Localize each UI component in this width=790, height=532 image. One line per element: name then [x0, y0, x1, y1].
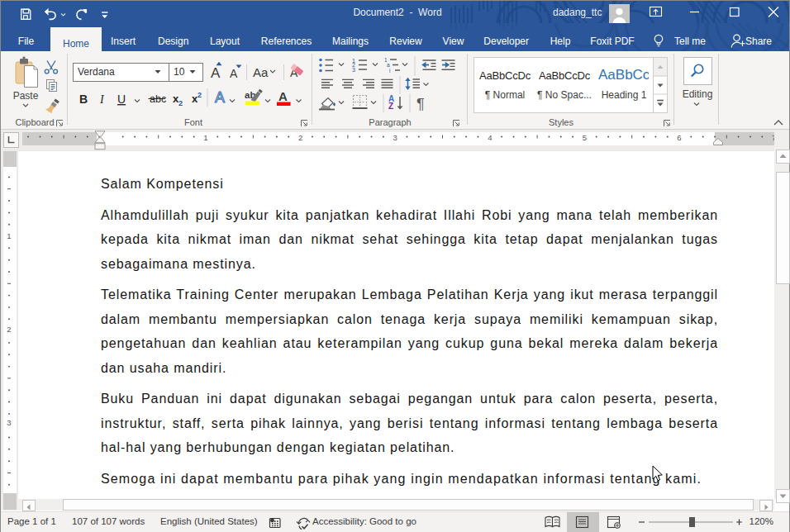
svg-text:2: 2	[7, 325, 11, 334]
svg-text:A: A	[230, 67, 238, 80]
svg-text:5: 5	[583, 133, 587, 142]
svg-text:1: 1	[203, 133, 207, 142]
svg-text:2: 2	[198, 91, 202, 99]
svg-text:6: 6	[677, 133, 681, 142]
svg-text:A: A	[215, 89, 225, 106]
svg-text:U: U	[117, 93, 126, 106]
svg-text:A: A	[211, 65, 221, 81]
svg-text:1: 1	[7, 231, 11, 240]
svg-text:¶: ¶	[416, 96, 425, 112]
svg-text:4: 4	[488, 133, 492, 142]
svg-text:i: i	[389, 68, 390, 74]
svg-text:2: 2	[298, 133, 302, 142]
svg-text:Z: Z	[388, 102, 393, 111]
svg-text:Aa: Aa	[253, 65, 269, 79]
svg-text:A: A	[278, 89, 288, 103]
svg-text:3: 3	[7, 418, 11, 427]
svg-text:B: B	[79, 93, 88, 106]
svg-text:Paste: Paste	[13, 90, 39, 102]
svg-text:2: 2	[178, 99, 183, 107]
svg-text:I: I	[99, 93, 105, 106]
svg-text:3: 3	[352, 67, 355, 73]
svg-text:3: 3	[393, 133, 397, 142]
